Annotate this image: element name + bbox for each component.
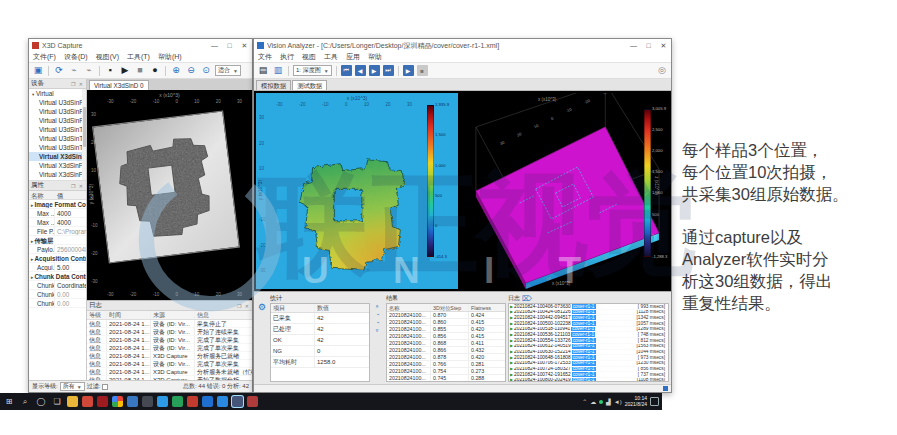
stats-row[interactable]: 平均耗时 1258.0 [271,357,369,368]
app-folder[interactable] [127,396,138,407]
depth-map-view[interactable]: x (x10^3) -30-20-100102030 3020100-10-20… [256,93,458,289]
tree-item[interactable]: Virtual U3dSinT 1 [29,134,86,143]
tray-volume-icon[interactable]: ◄) [614,399,622,405]
prev-result-icon[interactable]: ‹ [376,314,381,316]
property-row[interactable]: Chunk Data Control [29,272,86,281]
log-row[interactable]: 信息 2021-08-24 1... 设备 (ID: Vir... 完成了单次采… [87,344,252,352]
zoom-fit-icon[interactable]: ⊙ [200,65,212,77]
tray-cloud-icon[interactable]: ☁ [590,398,596,405]
task-view-icon[interactable]: ❏ [51,398,63,406]
app-misc[interactable] [247,396,258,407]
stats-row[interactable]: NG 0 [271,346,369,357]
stop-icon[interactable]: ■ [134,65,146,77]
property-row[interactable]: Paylo... 256000048 [29,245,86,254]
app-edge[interactable] [217,396,228,407]
menu-item[interactable]: 文件 [258,52,272,62]
app-green[interactable] [172,396,183,407]
clear-log-icon[interactable]: ⌦ [522,295,532,303]
tree-item[interactable]: Virtual X3dSinF 1 [29,170,86,179]
stats-row[interactable]: OK 42 [271,335,369,346]
close-button[interactable]: ✕ [656,39,671,52]
property-row[interactable]: 传输层 [29,236,86,245]
app-acrobat[interactable] [97,396,108,407]
image-viewer-canvas[interactable]: x (x10^3) -30-20-100102030 -30-20-100102… [87,90,252,300]
stop-button[interactable]: ■ [417,65,428,76]
panel-buttons[interactable]: ❐ ✕ [237,303,250,309]
prev-button[interactable]: ◀ [355,65,366,76]
log-row[interactable]: 信息 2021-08-24 1... 设备 (ID: Vir... 完成了单次采… [87,360,252,368]
notification-center-icon[interactable] [650,397,659,406]
zoom-out-icon[interactable]: ⊖ [185,65,197,77]
first-button[interactable]: ⏮ [341,65,352,76]
log-row[interactable]: 信息 2021-08-24 1... X3D Capture 分析服务未就绪（忙… [87,368,252,376]
result-row[interactable]: 20210824100... 0.860 0.415 [387,319,505,326]
property-row[interactable]: Chunk... 0.00 [29,299,86,308]
disconnect-icon[interactable]: ⌁ [83,65,95,77]
search-icon[interactable]: ⌕ [19,398,31,406]
tree-item[interactable]: Virtual U3dSinF 2 [29,116,86,125]
property-row[interactable]: Chunk... CoordinateC [29,281,86,290]
stats-row[interactable]: 已采集 42 [271,313,369,324]
menu-item[interactable]: 视图 [302,52,316,62]
analyzer-log-row[interactable]: ▶ 20210824-100800-202419 cover-r1-1 [110… [509,378,668,382]
menu-item[interactable]: 帮助 [368,52,382,62]
last-button[interactable]: ⏭ [383,65,394,76]
tree-item[interactable]: Virtual U3dSinF 1 [29,107,86,116]
app-tool[interactable] [142,396,153,407]
first-result-icon[interactable]: « [376,305,381,308]
tray-green-icon[interactable] [599,400,603,404]
tree-scrollbar[interactable] [82,89,86,180]
maximize-button[interactable]: □ [641,39,656,52]
menu-item[interactable]: 应用 [346,52,360,62]
stats-row[interactable]: 已处理 42 [271,324,369,335]
app-red[interactable] [187,396,198,407]
result-row[interactable]: 20210824100... 0.866 0.432 [387,347,505,354]
tray-network-icon[interactable]: ▟ [606,398,611,405]
next-result-icon[interactable]: › [376,322,381,324]
log-row[interactable]: 信息 2021-08-24 1... X3D Capture 分析服务已就绪 [87,352,252,360]
result-row[interactable]: 20210824100... 0.868 0.411 [387,340,505,347]
search-icon[interactable]: ◎ [656,65,668,77]
save-icon[interactable]: ▣ [32,65,44,77]
filter-checkbox[interactable] [102,384,108,390]
app-yellow[interactable] [67,396,78,407]
property-row[interactable]: Chunk... 0.00 [29,290,86,299]
log-row[interactable]: 信息 2021-08-24 1... 设备 (ID: Vir... 采集停止了 [87,320,252,328]
tree-root[interactable]: ▾ Virtual [29,89,86,98]
tray-up-icon[interactable]: ⌃ [582,398,587,405]
tree-item[interactable]: Virtual X3dSinF 0 [29,161,86,170]
app-camera[interactable] [157,396,168,407]
record-icon[interactable]: ● [149,65,161,77]
view-select[interactable]: 1: 深度图 ▼ [293,65,332,76]
taskbar-clock[interactable]: 10:14 2021/8/24 [625,396,647,408]
menu-item[interactable]: 工具(T) [127,52,150,62]
menu-item[interactable]: 工具 [324,52,338,62]
tree-item[interactable]: Virtual U3dSinT 2 [29,143,86,152]
start-button[interactable]: ⊞ [3,398,15,406]
gear-icon[interactable]: ⚙ [258,302,266,312]
minimize-button[interactable]: — [207,39,222,52]
app-chrome[interactable] [112,396,123,407]
level-select[interactable]: 所有 ▼ [60,382,85,391]
property-row[interactable]: Max ... 4000 [29,209,86,218]
tree-item[interactable]: Virtual U3dSinF 0 [29,98,86,107]
result-row[interactable]: 20210824100... 0.754 0.273 [387,368,505,375]
property-row[interactable]: Max ... 4000 [29,218,86,227]
menu-item[interactable]: 设备(D) [64,52,88,62]
zoom-mode-select[interactable]: 适合 ▼ [215,65,241,76]
data-tab[interactable]: 模拟数据 [256,80,291,90]
menu-item[interactable]: 视图(V) [96,52,119,62]
surface-3d-view[interactable]: 3020100-10-20-30 -30-20-100102030 x (x10… [460,93,669,289]
connect-icon[interactable]: ⌁ [68,65,80,77]
panel-buttons[interactable]: ❐ ✕ [71,183,84,189]
next-button[interactable]: ▶ [369,65,380,76]
menu-item[interactable]: 文件(F) [33,52,56,62]
open-icon[interactable]: ▤ [257,65,269,77]
property-row[interactable]: Acquisition Control [29,254,86,263]
zoom-in-icon[interactable]: ⊕ [170,65,182,77]
close-button[interactable]: ✕ [237,39,252,52]
menu-item[interactable]: 执行 [280,52,294,62]
panel-buttons[interactable]: ❐ ✕ [71,81,84,87]
minimize-button[interactable]: — [626,39,641,52]
menu-item[interactable]: 帮助(H) [158,52,182,62]
